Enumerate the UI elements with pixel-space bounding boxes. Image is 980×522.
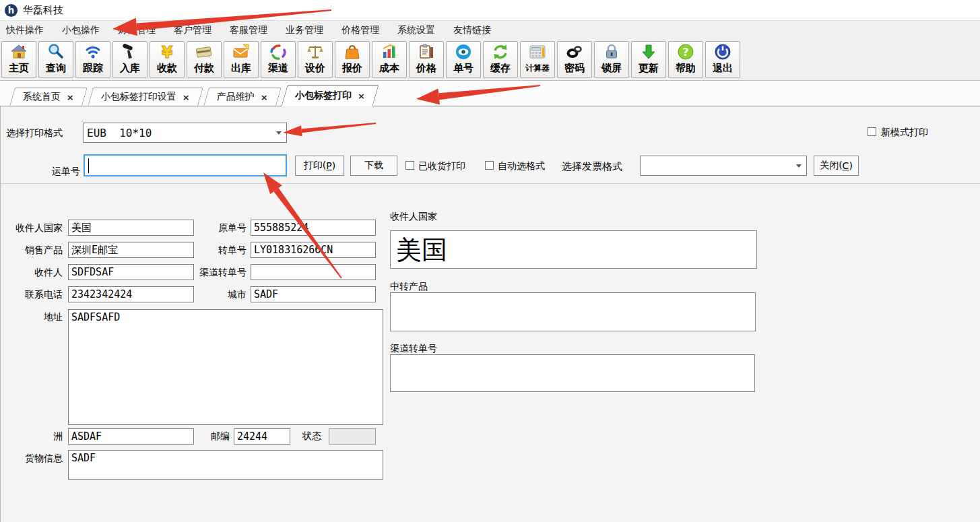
address-textarea[interactable]: SADFSAFD — [68, 309, 383, 425]
auto-format-checkbox[interactable] — [485, 161, 494, 170]
state-input[interactable] — [68, 428, 194, 445]
toolbar-button-label: 出库 — [231, 61, 251, 75]
city-label: 城市 — [183, 289, 247, 301]
menu-item-5[interactable]: 客服管理 — [230, 24, 267, 36]
phone-label: 联系电话 — [1, 289, 63, 301]
section-divider — [1, 183, 980, 184]
tab-product-maintenance[interactable]: 产品维护× — [203, 88, 282, 106]
toolbar-button-help[interactable]: ?帮助 — [668, 41, 703, 78]
toolbar-button-label: 报价 — [342, 61, 362, 75]
receive-yuan-icon: ¥ — [158, 43, 176, 61]
toolbar-button-password-rings[interactable]: 密码 — [557, 41, 592, 78]
tab-close-icon[interactable]: × — [261, 92, 268, 102]
toolbar-button-quote-bag[interactable]: 报价 — [335, 41, 370, 78]
auto-format-label: 自动选格式 — [498, 160, 545, 172]
toolbar-button-label: 计算器 — [525, 61, 550, 75]
menu-bar: 快件操作小包操作财务管理客户管理客服管理业务管理价格管理系统设置友情链接 — [0, 20, 980, 39]
status-field — [329, 428, 376, 445]
quote-bag-icon — [344, 43, 361, 61]
tab-system-home[interactable]: 系统首页× — [9, 88, 88, 106]
chevron-down-icon[interactable] — [796, 164, 802, 168]
channel-transfer-no-label: 渠道转单号 — [183, 267, 247, 279]
status-label: 状态 — [302, 430, 321, 443]
menu-item-9[interactable]: 友情链接 — [453, 24, 491, 36]
menu-item-4[interactable]: 客户管理 — [174, 24, 211, 36]
channel-transfer-no-input[interactable] — [251, 264, 376, 280]
toolbar-button-home[interactable]: 主页 — [1, 41, 36, 78]
download-button[interactable]: 下载 — [350, 156, 397, 176]
toolbar-button-channel-cycle[interactable]: 渠道 — [261, 41, 296, 78]
recipient-country-label: 收件人国家 — [1, 222, 63, 234]
toolbar-button-label: 更新 — [639, 61, 659, 75]
transfer-no-input[interactable] — [251, 242, 376, 258]
toolbar-button-cost-chart[interactable]: 成本 — [372, 41, 407, 78]
phone-input[interactable] — [68, 286, 194, 302]
toolbar-button-exit-power[interactable]: 退出 — [705, 41, 740, 78]
cargo-info-textarea[interactable]: SADF — [68, 450, 383, 480]
display-country-label: 收件人国家 — [390, 211, 437, 223]
invoice-format-combobox[interactable] — [640, 156, 807, 176]
toolbar-button-search[interactable]: 查询 — [38, 41, 73, 78]
toolbar-button-label: 主页 — [9, 61, 29, 75]
address-label: 地址 — [1, 311, 63, 323]
toolbar-button-outbound-mail[interactable]: 出库 — [224, 41, 259, 78]
menu-item-3[interactable]: 财务管理 — [118, 24, 156, 36]
recipient-label: 收件人 — [1, 267, 63, 279]
toolbar-button-track-signal[interactable]: 跟踪 — [75, 41, 110, 78]
toolbar-button-lockscreen[interactable]: 锁屏 — [594, 41, 629, 78]
received-print-label: 已收货打印 — [418, 160, 465, 172]
chevron-down-icon[interactable] — [276, 131, 282, 135]
recipient-country-input[interactable] — [68, 220, 194, 236]
toolbar-button-cache-refresh[interactable]: 缓存 — [483, 41, 518, 78]
toolbar-button-update-arrow[interactable]: 更新 — [631, 41, 666, 78]
waybill-input[interactable] — [84, 154, 287, 176]
toolbar-button-receive-yuan[interactable]: ¥收款 — [150, 41, 185, 78]
toolbar-button-inbound-scanner[interactable]: 入库 — [112, 41, 148, 78]
calculator-icon — [529, 43, 546, 61]
tab-label: 小包标签打印 — [295, 90, 352, 102]
print-button-mnemonic: P — [326, 160, 331, 171]
recipient-input[interactable] — [68, 264, 194, 280]
print-format-combobox[interactable]: EUB 10*10 — [83, 123, 287, 143]
menu-item-1[interactable]: 快件操作 — [6, 24, 44, 36]
toolbar-button-label: 单号 — [453, 61, 473, 75]
close-button[interactable]: 关闭(C) — [814, 156, 859, 176]
svg-text:?: ? — [682, 46, 688, 59]
title-bar: h 华磊科技 — [0, 0, 980, 20]
menu-item-2[interactable]: 小包操作 — [62, 24, 100, 36]
outbound-mail-icon — [232, 43, 250, 61]
track-signal-icon — [84, 43, 102, 61]
tab-close-icon[interactable]: × — [358, 91, 365, 101]
exit-power-icon — [714, 43, 731, 61]
lockscreen-icon — [603, 43, 620, 61]
print-format-label: 选择打印格式 — [6, 127, 63, 139]
tab-close-icon[interactable]: × — [183, 92, 190, 102]
print-button[interactable]: 打印(P) — [295, 156, 344, 176]
toolbar-button-price-clipboard[interactable]: 价格 — [409, 41, 444, 78]
menu-item-6[interactable]: 业务管理 — [286, 24, 323, 36]
toolbar-button-number-eye[interactable]: 单号 — [446, 41, 481, 78]
menu-item-8[interactable]: 系统设置 — [397, 24, 435, 36]
received-print-checkbox[interactable] — [405, 161, 414, 170]
original-no-input[interactable] — [251, 220, 376, 236]
tab-label-print-settings[interactable]: 小包标签打印设置× — [88, 88, 203, 106]
zip-input[interactable] — [234, 428, 290, 445]
display-channel-transfer-value — [391, 355, 754, 358]
toolbar-button-pay-card[interactable]: 付款 — [187, 41, 222, 78]
city-input[interactable] — [251, 286, 376, 302]
cost-chart-icon — [381, 43, 398, 61]
toolbar-button-price-scales[interactable]: 设价 — [298, 41, 333, 78]
toolbar-button-label: 付款 — [194, 61, 214, 75]
toolbar: 主页查询跟踪入库¥收款付款出库渠道设价报价成本价格单号缓存计算器密码锁屏更新?帮… — [0, 39, 980, 81]
toolbar-button-calculator[interactable]: 计算器 — [520, 41, 555, 78]
tab-close-icon[interactable]: × — [67, 92, 74, 102]
sales-product-input[interactable] — [68, 242, 194, 258]
tab-label: 小包标签打印设置 — [101, 91, 176, 103]
tab-label-print[interactable]: 小包标签打印× — [281, 85, 379, 106]
toolbar-button-label: 价格 — [416, 61, 436, 75]
menu-item-7[interactable]: 价格管理 — [341, 24, 379, 36]
new-mode-checkbox[interactable] — [868, 127, 876, 136]
number-eye-icon — [455, 43, 472, 61]
password-rings-icon — [566, 43, 583, 61]
toolbar-button-label: 渠道 — [268, 61, 288, 75]
